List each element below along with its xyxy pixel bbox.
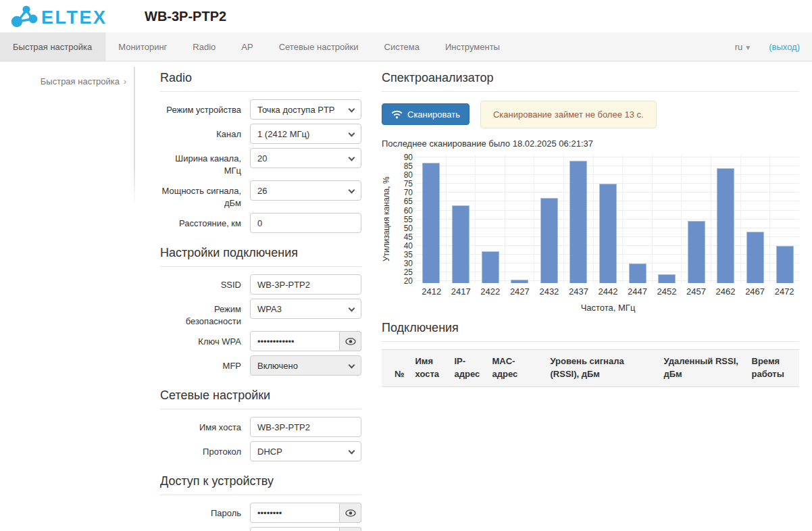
chart-bar-cell: [770, 155, 799, 283]
chart-y-tick: 55: [392, 215, 413, 224]
column-header: Удаленный RSSI, дБм: [659, 350, 746, 387]
device-mode-selected-value: Точка доступа PTP: [257, 105, 335, 115]
mfp-select[interactable]: Включено: [250, 355, 361, 376]
chart-x-tick: 2432: [534, 286, 564, 297]
security-mode-select[interactable]: WPA3: [250, 299, 361, 319]
chart-x-tick: 2447: [623, 286, 653, 297]
password-confirm-control: [250, 527, 361, 531]
chevron-right-icon: ›: [124, 76, 126, 86]
chart-y-tick: 80: [392, 170, 413, 180]
tab-tools[interactable]: Инструменты: [432, 32, 513, 61]
password-input[interactable]: [250, 503, 340, 523]
wifi-icon: [391, 110, 403, 119]
tx-power-select[interactable]: 26: [250, 180, 361, 201]
tx-power-selected-value: 26: [257, 186, 267, 196]
wpa-key-eye-button[interactable]: [340, 331, 361, 351]
chart-x-tick: 2442: [593, 286, 623, 297]
connections-header-row: №Имя хостаIP-адресMAC-адресУровень сигна…: [382, 350, 799, 387]
device-mode-control: Точка доступа PTP: [250, 99, 361, 120]
protocol-label: Протокол: [160, 441, 241, 461]
chart-x-tick: 2467: [740, 286, 770, 297]
chart-x-tick: 2462: [711, 286, 740, 297]
tab-quick-setup[interactable]: Быстрая настройка: [0, 32, 105, 61]
channel-select[interactable]: 1 (2412 МГц): [250, 124, 361, 144]
chart-bar-cell: [505, 155, 535, 283]
chart-y-axis-label: Утилизация канала, %: [382, 155, 392, 283]
eye-icon: [345, 338, 356, 345]
chart-x-tick: 2417: [447, 286, 476, 297]
password-confirm-label: Подтверждение пароля: [160, 527, 241, 531]
chart-bar-cell: [564, 155, 594, 283]
chevron-down-icon: [349, 187, 355, 194]
section-title: Настройки подключения: [160, 246, 361, 267]
password-confirm-eye-button[interactable]: [340, 527, 361, 531]
scan-button[interactable]: Сканировать: [382, 103, 470, 125]
mfp-control: Включено: [250, 355, 361, 376]
password-row: Пароль: [160, 503, 361, 523]
password-eye-button[interactable]: [340, 503, 361, 523]
chart-bar: [540, 198, 558, 283]
distance-label: Расстояние, км: [160, 213, 241, 233]
protocol-select[interactable]: DHCP: [250, 441, 361, 461]
wpa-key-control: [250, 331, 361, 351]
column-header: Время работы: [746, 350, 800, 387]
chart-y-tick: 65: [392, 197, 413, 206]
settings-form: RadioРежим устройстваТочка доступа PTPКа…: [160, 61, 361, 531]
column-header: IP-адрес: [449, 350, 487, 387]
scan-row: Сканировать Сканирование займет не более…: [382, 99, 799, 129]
section-title: Сетевые настройки: [160, 388, 361, 409]
chart-bar: [569, 161, 587, 283]
chart-bar-cell: [711, 155, 741, 283]
language-selector[interactable]: ru▼: [735, 42, 751, 52]
security-mode-label: Режим безопасности: [160, 299, 241, 327]
chart-bar-cell: [594, 155, 624, 283]
ssid-control: [250, 274, 361, 295]
tab-radio[interactable]: Radio: [180, 32, 228, 61]
ssid-row: SSID: [160, 274, 361, 295]
chart-y-tick: 20: [392, 276, 413, 286]
hostname-row: Имя хоста: [160, 417, 361, 437]
form-section: Сетевые настройкиИмя хостаПротоколDHCP: [160, 388, 361, 461]
channel-control: 1 (2412 МГц): [250, 124, 361, 144]
connections-table: №Имя хостаIP-адресMAC-адресУровень сигна…: [382, 349, 799, 387]
ssid-input[interactable]: [250, 274, 361, 295]
hostname-control: [250, 417, 361, 437]
protocol-row: ПротоколDHCP: [160, 441, 361, 461]
chevron-down-icon: [349, 362, 355, 369]
chart-y-tick: 50: [392, 224, 413, 233]
chart-x-tick: 2422: [476, 286, 505, 297]
chart-bar: [452, 205, 470, 283]
wpa-key-input[interactable]: [250, 331, 340, 351]
tab-network-settings[interactable]: Сетевые настройки: [266, 32, 372, 61]
page-title: WB-3P-PTP2: [145, 9, 226, 24]
scan-notice: Сканирование займет не более 13 с.: [480, 101, 657, 128]
chart-y-tick: 60: [392, 206, 413, 216]
distance-group: [250, 213, 361, 233]
chart-x-tick: 2427: [505, 286, 535, 297]
chart-bar-cell: [653, 155, 682, 283]
device-mode-select[interactable]: Точка доступа PTP: [250, 99, 361, 120]
chart-bar-cell: [447, 155, 476, 283]
chart-bar: [629, 263, 646, 283]
chart-x-tick: 2472: [769, 286, 799, 297]
chart-bar-cell: [417, 155, 447, 283]
tx-power-control: 26: [250, 180, 361, 209]
tab-system[interactable]: Система: [372, 32, 432, 61]
password-confirm-input[interactable]: [250, 527, 340, 531]
hostname-input[interactable]: [250, 417, 361, 437]
spectrum-chart: Утилизация канала, % 2025303540455055606…: [382, 155, 799, 313]
hostname-label: Имя хоста: [160, 417, 241, 437]
distance-control: [250, 213, 361, 233]
ssid-label: SSID: [160, 274, 241, 295]
logout-link[interactable]: (выход): [769, 42, 800, 52]
channel-width-select[interactable]: 20: [250, 148, 361, 168]
tab-ap[interactable]: AP: [228, 32, 265, 61]
channel-selected-value: 1 (2412 МГц): [257, 129, 309, 139]
distance-input[interactable]: [250, 213, 361, 233]
tab-monitoring[interactable]: Мониторинг: [105, 32, 180, 61]
hostname-group: [250, 417, 361, 437]
eye-icon: [345, 509, 356, 517]
spectrum-title: Спектроанализатор: [382, 71, 799, 92]
sidebar-item-quick-setup[interactable]: Быстрая настройка ›: [41, 76, 126, 86]
password-confirm-group: [250, 527, 361, 531]
